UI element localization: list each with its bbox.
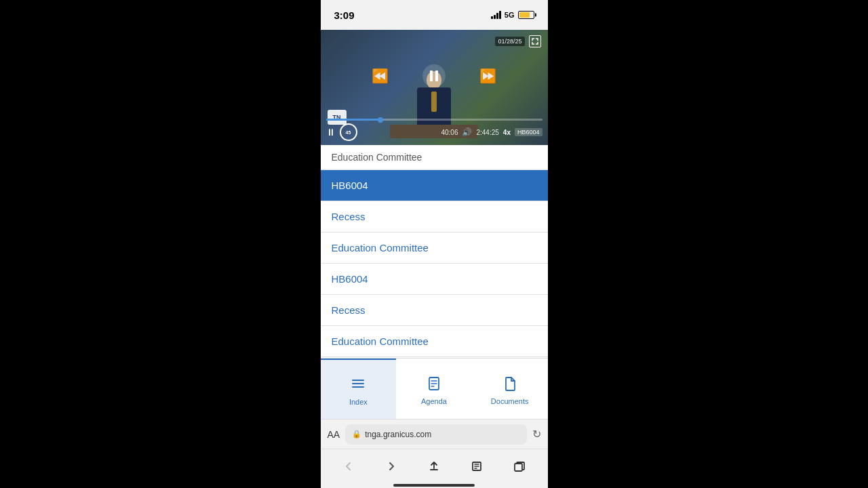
lock-icon: 🔒: [352, 430, 361, 439]
time-elapsed: 40:06: [441, 129, 458, 136]
list-item-item-recess-2[interactable]: Recess: [321, 295, 548, 326]
video-bottom-controls: ⏸ 45 40:06 🔊 2:44:25 4x HB6004: [321, 116, 548, 145]
pause-button[interactable]: [422, 64, 446, 87]
list-item-item-education-committee-header[interactable]: Education Committee: [321, 145, 548, 170]
tab-agenda-label: Agenda: [421, 397, 447, 405]
list-item-item-education-committee-1[interactable]: Education Committee: [321, 232, 548, 264]
speed-badge[interactable]: 4x: [503, 129, 511, 136]
reload-button[interactable]: ↻: [532, 428, 541, 441]
network-type-label: 5G: [505, 11, 515, 19]
status-icons: 5G: [491, 11, 534, 19]
tabs-button[interactable]: [506, 453, 533, 480]
tab-index-label: Index: [349, 398, 368, 406]
home-indicator: [321, 483, 548, 488]
progress-filled: [326, 119, 380, 121]
status-bar: 3:09 5G: [321, 0, 548, 30]
bill-badge: HB6004: [515, 128, 542, 136]
fullscreen-button[interactable]: [529, 35, 541, 47]
svg-rect-5: [515, 464, 522, 471]
tab-documents-label: Documents: [491, 397, 529, 405]
status-time: 3:09: [334, 9, 355, 21]
tab-index-icon: [351, 377, 366, 395]
progress-bar[interactable]: [326, 119, 542, 121]
back-button[interactable]: [335, 453, 362, 480]
home-bar: [393, 484, 475, 487]
list-item-item-hb6004-active[interactable]: HB6004: [321, 170, 548, 201]
rewind-button[interactable]: ⏪: [372, 68, 389, 84]
tab-documents-icon: [502, 376, 517, 394]
svg-rect-1: [352, 383, 364, 384]
tab-index[interactable]: Index: [321, 359, 397, 419]
video-top-controls: 01/28/25: [495, 35, 540, 47]
svg-rect-0: [352, 380, 364, 381]
browser-bar: AA 🔒 tnga.granicus.com ↻: [321, 419, 548, 449]
tab-agenda-icon: [427, 376, 441, 394]
list-item-item-recess-1[interactable]: Recess: [321, 201, 548, 232]
list-item-item-education-committee-2[interactable]: Education Committee: [321, 326, 548, 357]
url-text: tnga.granicus.com: [365, 430, 431, 439]
video-date: 01/28/25: [495, 37, 524, 46]
progress-thumb[interactable]: [378, 117, 383, 123]
fast-forward-button[interactable]: ⏩: [479, 68, 496, 84]
video-center-controls: ⏪ ⏩: [372, 64, 496, 87]
svg-rect-2: [352, 386, 364, 388]
speaker-tie: [431, 92, 437, 112]
forward-button[interactable]: [378, 453, 405, 480]
battery-icon: [518, 11, 534, 19]
bookmarks-button[interactable]: [463, 453, 490, 480]
pause-icon: [430, 70, 438, 81]
skip-button[interactable]: 45: [340, 123, 357, 141]
bottom-nav: [321, 449, 548, 483]
agenda-list: Education CommitteeHB6004RecessEducation…: [321, 145, 548, 358]
controls-row: ⏸ 45 40:06 🔊 2:44:25 4x HB6004: [326, 123, 542, 141]
text-size-button[interactable]: AA: [328, 429, 340, 440]
tab-documents[interactable]: Documents: [472, 359, 548, 419]
time-remaining: 2:44:25: [476, 129, 498, 136]
volume-icon[interactable]: 🔊: [462, 127, 472, 137]
share-button[interactable]: [420, 453, 448, 480]
video-player[interactable]: TN 01/28/25 ⏪ ⏩: [321, 30, 548, 145]
signal-bars-icon: [491, 11, 501, 19]
url-bar[interactable]: 🔒 tnga.granicus.com: [345, 424, 526, 445]
list-item-item-hb6004-2[interactable]: HB6004: [321, 264, 548, 295]
skip-text: 45: [346, 130, 351, 135]
tab-agenda[interactable]: Agenda: [396, 359, 472, 419]
play-pause-small-button[interactable]: ⏸: [326, 127, 336, 138]
tab-bar: Index Agenda Documents: [321, 358, 548, 419]
